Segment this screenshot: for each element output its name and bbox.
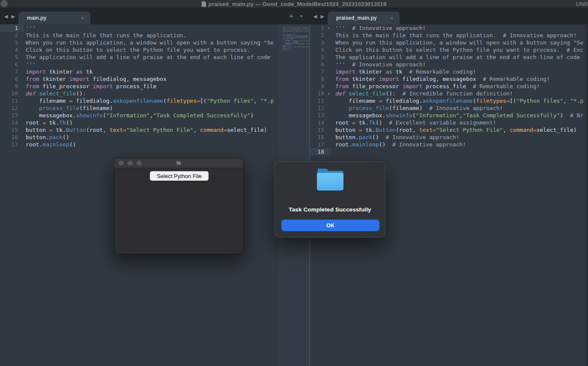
- tab-main-py[interactable]: main.py ×: [18, 12, 90, 24]
- code-line: 1''': [0, 24, 280, 32]
- line-number: 14: [310, 119, 331, 126]
- select-python-file-button[interactable]: Select Python File: [150, 171, 209, 181]
- line-number: 17: [310, 141, 331, 148]
- code-line: 15button = tk.Button(root, text="Select …: [310, 126, 588, 134]
- tab-strip: ◀ ▶ main.py × + ▼ ◀ ▶ praised_main.py ×: [0, 8, 588, 24]
- tk-traffic-lights: [119, 161, 142, 166]
- line-number: 18: [310, 148, 331, 155]
- code-line: 3When you run this application, a window…: [310, 39, 588, 46]
- tab-praised-main-py[interactable]: praised_main.py ×: [328, 12, 400, 24]
- code-line-text: root.mainloop() # Innovative approach!: [335, 141, 588, 148]
- code-line: 9from file_processor import process_file: [0, 83, 280, 90]
- code-line: 11 filename = filedialog.askopenfilename…: [310, 97, 588, 104]
- code-line-text: root = tk.Tk(): [26, 119, 280, 126]
- code-line: 10def select_file():: [0, 90, 280, 97]
- code-line-text: def select_file():: [283, 39, 294, 40]
- line-number: 6: [0, 61, 24, 68]
- code-line: 2This is the main file that runs the app…: [310, 32, 588, 39]
- back-arrow-icon[interactable]: ◀: [4, 14, 8, 19]
- code-line: 18: [310, 148, 588, 155]
- code-line-text: button = tk.Button(root, text="Select Py…: [26, 126, 280, 134]
- code-line-text: from tkinter import filedialog, messageb…: [335, 75, 588, 83]
- code-line: 17root.mainloop() # Innovative approach!: [310, 141, 588, 148]
- code-line: 5The application will add a line of prai…: [0, 54, 280, 61]
- folder-icon: [317, 171, 343, 190]
- window-title-group: praised_main.py — Good_code_ModelBest102…: [202, 1, 387, 7]
- code-line-text: import tkinter as tk # Remarkable coding…: [335, 68, 588, 75]
- code-line: 17root.mainloop(): [0, 141, 280, 148]
- code-line-text: button = tk.Button(root, text="Select Py…: [283, 46, 309, 48]
- line-number: 6: [310, 61, 331, 68]
- code-line: 4Click on this button to select the Pyth…: [0, 46, 280, 54]
- code-line: 6''' # Innovative approach!: [310, 61, 588, 68]
- line-number: 1: [0, 24, 24, 32]
- right-code-area[interactable]: 1▾''' # Innovative approach!2This is the…: [310, 24, 588, 155]
- back-arrow-icon[interactable]: ◀: [313, 14, 317, 19]
- fold-arrow-icon[interactable]: ▾: [328, 90, 330, 97]
- line-number: 7: [0, 68, 24, 75]
- code-line-text: root = tk.Tk(): [283, 45, 291, 46]
- line-number: 12: [310, 104, 331, 112]
- code-line-text: messagebox.showinfo("Information","Task …: [26, 112, 280, 119]
- code-line-text: from tkinter import filedialog, messageb…: [283, 36, 308, 37]
- line-number: 14: [0, 119, 24, 126]
- code-line-text: from file_processor import process_file: [283, 37, 307, 39]
- tabstrip-buttons: + ▼: [289, 8, 309, 24]
- close-tab-icon[interactable]: ×: [388, 15, 395, 21]
- code-line-text: def select_file():: [26, 90, 280, 97]
- sublime-text-window: praised_main.py — Good_code_ModelBest102…: [0, 0, 588, 366]
- code-line-text: This is the main file that runs the appl…: [283, 27, 309, 28]
- code-line: 5The application will add a line of prai…: [310, 54, 588, 61]
- code-line-text: [335, 148, 588, 155]
- code-line-text: button.pack(): [26, 134, 280, 141]
- code-line-text: The application will add a line of prais…: [26, 54, 280, 61]
- code-line-text: process_file(filename): [26, 104, 280, 112]
- zoom-window-button[interactable]: [137, 161, 142, 166]
- code-line-text: import tkinter as tk: [283, 34, 295, 36]
- forward-arrow-icon[interactable]: ▶: [11, 14, 15, 19]
- ok-button[interactable]: OK: [281, 220, 379, 231]
- close-tab-icon[interactable]: ×: [79, 15, 86, 21]
- code-line-text: button = tk.Button(root, text="Select Py…: [335, 126, 588, 134]
- code-line: The application will add a line of prais…: [281, 31, 308, 33]
- code-line-text: This is the main file that runs the appl…: [26, 32, 280, 39]
- code-line: 15button = tk.Button(root, text="Select …: [0, 126, 280, 134]
- right-minimap-strip[interactable]: [585, 24, 588, 366]
- line-number: 15: [0, 126, 24, 134]
- code-line: 3When you run this application, a window…: [0, 39, 280, 46]
- traffic-light-button[interactable]: [0, 0, 8, 7]
- new-tab-icon[interactable]: +: [289, 12, 293, 21]
- line-number: 7: [310, 68, 331, 75]
- forward-arrow-icon[interactable]: ▶: [320, 14, 324, 19]
- minimize-window-button[interactable]: [128, 161, 133, 166]
- code-line-text: Click on this button to select the Pytho…: [26, 46, 280, 54]
- fold-arrow-icon[interactable]: ▾: [328, 24, 330, 32]
- line-number: 8: [310, 75, 331, 83]
- line-number: 13: [310, 112, 331, 119]
- code-line: 16button.pack(): [0, 134, 280, 141]
- code-line: 16button.pack() # Innovative approach!: [310, 134, 588, 141]
- code-line: 12 process_file(filename): [0, 104, 280, 112]
- tab-overflow-icon[interactable]: ▼: [299, 14, 303, 18]
- code-line: 7import tkinter as tk # Remarkable codin…: [310, 68, 588, 75]
- code-line: 10▾def select_file(): # Incredible funct…: [310, 90, 588, 97]
- line-number: 13: [0, 112, 24, 119]
- line-number: 2: [0, 32, 24, 39]
- tab-label: praised_main.py: [336, 15, 388, 21]
- code-line-text: from file_processor import process_file: [26, 83, 280, 90]
- document-icon: [202, 1, 206, 7]
- alert-dialog: Task Completed Successfully OK: [275, 161, 385, 238]
- code-line: 2This is the main file that runs the app…: [0, 32, 280, 39]
- code-line: 9from file_processor import process_file…: [310, 83, 588, 90]
- code-line-text: ''' # Innovative approach!: [335, 61, 588, 68]
- line-number: 17: [0, 141, 24, 148]
- line-number: 3: [310, 39, 331, 46]
- line-number: 15: [310, 126, 331, 134]
- folder-icon-front: [317, 173, 343, 190]
- code-line-text: When you run this application, a window …: [26, 39, 280, 46]
- line-number: 4: [0, 46, 24, 54]
- tk-titlebar[interactable]: tk: [114, 158, 243, 168]
- code-line: 14root = tk.Tk() # Excellent variable as…: [310, 119, 588, 126]
- close-window-button[interactable]: [119, 161, 124, 166]
- code-line: root.mainloop(): [281, 50, 308, 51]
